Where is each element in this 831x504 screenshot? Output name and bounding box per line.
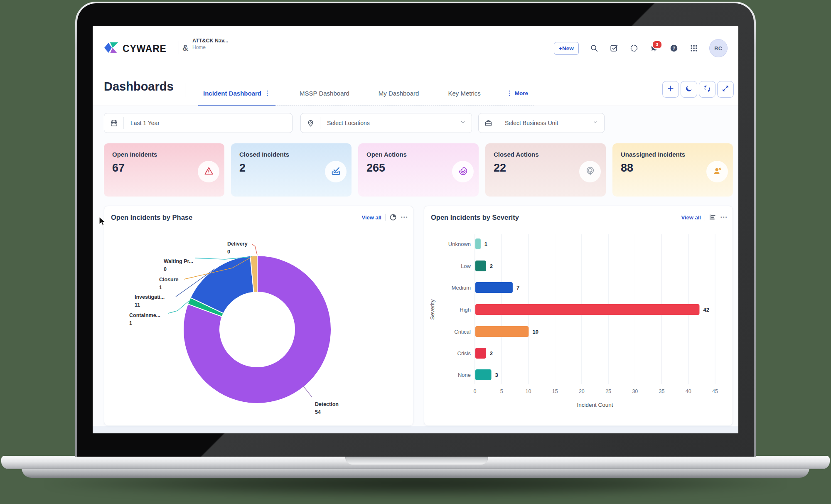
bar-critical[interactable] — [475, 326, 529, 337]
donut-leader-line — [303, 386, 312, 397]
filter-last-1-year[interactable]: Last 1 Year — [104, 113, 293, 133]
user-avatar[interactable]: RC — [709, 39, 728, 57]
expand-icon — [721, 84, 730, 94]
pie-chart-icon[interactable] — [389, 214, 397, 221]
donut-label: Closure — [159, 277, 179, 283]
phase-view-all-link[interactable]: View all — [362, 214, 381, 221]
laptop-base — [1, 456, 830, 469]
refresh-button[interactable] — [699, 81, 715, 98]
x-tick-label: 30 — [632, 388, 638, 394]
x-tick-label: 15 — [552, 388, 558, 394]
loader-circle-icon[interactable] — [629, 44, 639, 53]
tab-label: Incident Dashboard — [203, 90, 261, 97]
tab-label: My Dashboard — [379, 90, 419, 97]
tab-label: Key Metrics — [448, 90, 480, 97]
phase-card-menu-icon[interactable]: ⋯ — [401, 215, 408, 219]
stat-icon-circle — [452, 161, 474, 182]
bar-high[interactable] — [475, 304, 699, 315]
bar-value-label: 2 — [490, 350, 493, 356]
category-label: High — [460, 307, 471, 313]
bar-unknown[interactable] — [475, 238, 481, 249]
severity-view-all-link[interactable]: View all — [681, 214, 701, 221]
chevron-down-icon — [460, 119, 466, 127]
donut-label: Containme... — [129, 312, 160, 318]
expand-button[interactable] — [717, 81, 734, 98]
bar-crisis[interactable] — [475, 348, 486, 359]
refresh-icon — [703, 84, 711, 94]
x-tick-label: 35 — [659, 388, 665, 394]
filter-divider — [123, 117, 124, 129]
bar-value-label: 3 — [495, 372, 498, 378]
donut-value: 0 — [227, 249, 230, 255]
notification-badge: 3 — [652, 40, 662, 49]
top-navbar: CYWARE & ATT&CK Nav... Home +New 3? RC — [93, 26, 738, 58]
header-divider — [179, 41, 179, 54]
filter-select-business-unit[interactable]: Select Business Unit — [478, 113, 605, 133]
donut-value: 11 — [135, 302, 140, 308]
tab-my-dashboard[interactable]: My Dashboard — [374, 81, 424, 105]
bar-medium[interactable] — [475, 282, 513, 293]
brand-logo[interactable]: CYWARE — [104, 41, 167, 56]
new-button[interactable]: +New — [554, 42, 579, 55]
mouse-cursor — [99, 216, 107, 229]
action-check-icon — [458, 166, 468, 178]
stat-card-unassigned-incidents[interactable]: Unassigned Incidents88 — [612, 143, 733, 197]
help-icon[interactable]: ? — [669, 44, 679, 53]
title-divider — [185, 83, 185, 97]
user-x-icon — [712, 166, 723, 178]
control-divider — [385, 214, 386, 221]
laptop-base-underside — [22, 468, 809, 478]
x-axis-title: Incident Count — [577, 402, 613, 408]
tab-incident-dashboard[interactable]: Incident Dashboard⋮ — [198, 81, 275, 105]
more-label: More — [515, 90, 528, 96]
calendar-icon — [104, 119, 123, 127]
tab-mssp-dashboard[interactable]: MSSP Dashboard — [295, 81, 354, 105]
donut-label: Investigati... — [135, 294, 165, 300]
donut-leader-line — [252, 244, 257, 255]
bar-list-icon[interactable] — [709, 214, 716, 221]
stat-value: 67 — [112, 162, 125, 175]
stat-card-closed-actions[interactable]: Closed Actions22 — [485, 143, 606, 197]
bar-value-label: 1 — [484, 241, 487, 247]
dashboard-tabs: Incident Dashboard⋮MSSP DashboardMy Dash… — [198, 81, 534, 106]
stat-value: 2 — [239, 162, 246, 175]
tab-options-icon[interactable]: ⋮ — [264, 89, 270, 97]
filter-divider — [320, 117, 320, 129]
bar-value-label: 10 — [532, 329, 538, 335]
x-tick-label: 40 — [686, 388, 691, 394]
app-switcher[interactable]: ATT&CK Nav... Home — [192, 38, 228, 51]
closed-tray-icon — [331, 166, 341, 178]
bar-none[interactable] — [475, 369, 492, 380]
filter-value: Last 1 Year — [130, 120, 160, 126]
severity-card-menu-icon[interactable]: ⋯ — [720, 215, 728, 219]
notifications-bell-icon[interactable]: 3 — [649, 44, 659, 53]
stat-card-closed-incidents[interactable]: Closed Incidents2 — [231, 143, 352, 197]
donut-label: Waiting Pr... — [164, 258, 193, 264]
tab-key-metrics[interactable]: Key Metrics — [443, 81, 485, 105]
tasks-check-icon[interactable] — [610, 44, 619, 53]
stat-card-open-incidents[interactable]: Open Incidents67 — [104, 143, 224, 197]
chevron-down-icon — [593, 119, 598, 127]
add-dashboard-button[interactable] — [662, 81, 679, 98]
bar-value-label: 2 — [490, 263, 493, 269]
severity-bar-chart: 051015202530354045Unknown1Low2Medium7Hig… — [424, 206, 733, 426]
dark-mode-button[interactable] — [681, 81, 697, 98]
filter-select-locations[interactable]: Select Locations — [300, 113, 472, 133]
business-unit-icon — [479, 119, 498, 127]
donut-value: 1 — [129, 320, 132, 326]
laptop-lid-notch — [345, 456, 488, 465]
category-label: Medium — [452, 285, 471, 291]
bar-low[interactable] — [475, 261, 486, 271]
severity-card-title: Open Incidents by Severity — [431, 214, 519, 221]
apps-grid-icon[interactable] — [689, 44, 698, 53]
severity-chart-card: Open Incidents by Severity View all ⋯ 05… — [424, 206, 733, 426]
tabs-more-button[interactable]: ⋮More — [505, 89, 530, 97]
app-switcher-subtitle: Home — [192, 44, 228, 51]
app-switcher-title: ATT&CK Nav... — [192, 38, 228, 44]
svg-text:?: ? — [672, 46, 675, 51]
search-icon[interactable] — [590, 44, 599, 53]
phase-card-header: Open Incidents by Phase View all ⋯ — [111, 212, 408, 223]
donut-label: Detection — [315, 401, 339, 407]
stat-card-open-actions[interactable]: Open Actions265 — [358, 143, 479, 197]
x-tick-label: 45 — [712, 388, 718, 394]
